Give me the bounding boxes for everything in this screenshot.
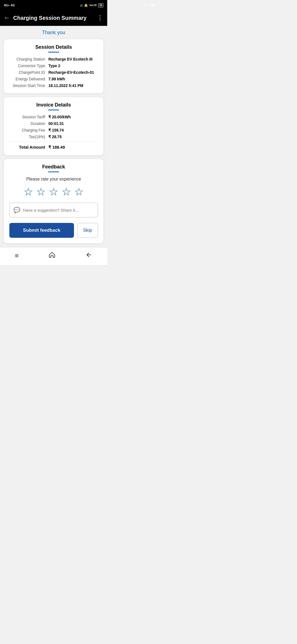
bottom-nav: ≡ [0,247,107,265]
lte-icon: VoLTE [89,4,97,7]
invoice-details-title: Invoice Details [9,102,98,108]
submit-feedback-button[interactable]: Submit feedback [9,223,74,238]
session-details-underline [48,52,59,53]
table-row: Session Start Time 18.11.2022 5:41 PM [9,83,98,88]
session-chargepoint-id-label: ChargePoint ID [9,70,45,75]
suggestion-input[interactable] [23,208,94,212]
session-details-card: Session Details Charging Station Recharg… [4,39,103,93]
table-row: Tax(18%) ₹ 28.75 [9,135,98,139]
menu-icon[interactable]: ≡ [15,252,19,260]
star-5[interactable]: ☆ [74,187,84,197]
session-start-time-value: 18.11.2022 5:41 PM [48,83,98,88]
tariff-value: ₹ 20.00/kWh [48,115,98,119]
charging-fee-label: Charging Fee [9,128,45,132]
table-row: Charging Fee ₹ 159.74 [9,128,98,132]
total-amount-value: ₹ 188.49 [48,145,98,150]
charging-fee-value: ₹ 159.74 [48,128,98,132]
silent-icon: 🔔 [84,4,88,7]
session-energy-value: 7.99 kWh [48,77,98,81]
back-nav-icon[interactable] [85,251,92,260]
star-rating[interactable]: ☆ ☆ ☆ ☆ ☆ [9,187,98,197]
divider [9,142,98,142]
location-icon: ◎ [80,4,83,7]
table-row: Connector Type Type 2 [9,64,98,68]
star-4[interactable]: ☆ [62,187,71,197]
session-energy-label: Energy Delivered [9,77,45,81]
feedback-card: Feedback Please rate your experience ☆ ☆… [4,159,103,243]
table-row: Energy Delivered 7.99 kWh [9,77,98,81]
session-start-time-label: Session Start Time [9,83,45,88]
star-3[interactable]: ☆ [49,187,58,197]
session-charging-station-value: Recharge EV Ecotech III [48,57,98,61]
main-content: Thank you Session Details Charging Stati… [0,26,107,243]
table-row: Total Amount ₹ 188.49 [9,145,98,150]
rate-text: Please rate your experience [9,177,98,182]
feedback-buttons: Submit feedback Skip [9,223,98,238]
total-amount-label: Total Amount [9,145,45,149]
session-details-title: Session Details [9,44,98,50]
tax-label: Tax(18%) [9,135,45,139]
duration-value: 00:01:31 [48,121,98,126]
status-icons: ◎ 🔔 VoLTE 35 [80,3,103,7]
network1-label: 4G+ [4,4,10,7]
status-bar: 4G+ 4G 17:44 ◎ 🔔 VoLTE 35 [0,0,107,10]
comment-icon: 💬 [13,207,20,213]
star-1[interactable]: ☆ [24,187,33,197]
top-bar: ← Charging Session Summary ⋮ [0,10,107,26]
more-button[interactable]: ⋮ [97,14,103,21]
table-row: Session Tariff ₹ 20.00/kWh [9,115,98,119]
star-2[interactable]: ☆ [36,187,46,197]
invoice-details-underline [48,110,59,110]
battery-icon: 35 [98,3,103,7]
status-network: 4G+ 4G [4,4,15,7]
feedback-underline [48,171,59,172]
home-icon[interactable] [48,251,56,260]
page-title: Charging Session Summary [13,15,97,21]
network2-label: 4G [11,4,15,7]
table-row: Charging Station Recharge EV Ecotech III [9,57,98,61]
table-row: ChargePoint ID Recharge-EV-Ecotech-01 [9,70,98,75]
session-connector-type-label: Connector Type [9,64,45,68]
session-charging-station-label: Charging Station [9,57,45,61]
tariff-label: Session Tariff [9,115,45,119]
duration-label: Duration [9,121,45,126]
table-row: Duration 00:01:31 [9,121,98,126]
skip-button[interactable]: Skip [77,223,98,238]
tax-value: ₹ 28.75 [48,135,98,139]
feedback-title: Feedback [9,164,98,170]
thank-you-text: Thank you [4,30,103,36]
invoice-details-card: Invoice Details Session Tariff ₹ 20.00/k… [4,97,103,155]
suggestion-box: 💬 [9,203,98,217]
session-chargepoint-id-value: Recharge-EV-Ecotech-01 [48,70,98,75]
session-connector-type-value: Type 2 [48,64,98,68]
back-button[interactable]: ← [4,14,10,21]
